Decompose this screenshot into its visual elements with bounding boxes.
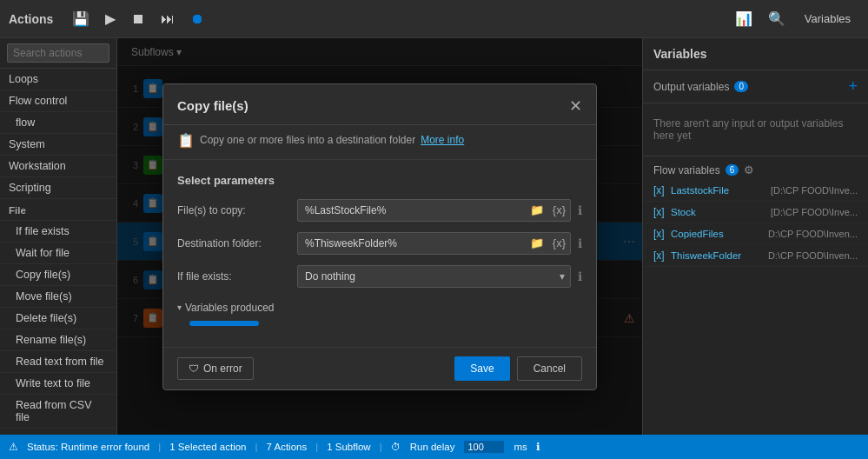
step-button[interactable]: ⏭ [156,8,180,30]
files-info-icon: ℹ [578,203,582,217]
if-file-exists-select-wrap: Do nothing Overwrite Add sequential suff… [297,265,571,288]
sidebar-section-file: File [0,199,116,221]
selected-action-count: 1 Selected action [169,442,246,452]
var-icon: [x] [653,184,666,196]
dest-variable-button[interactable]: {x} [548,233,570,253]
cancel-button[interactable]: Cancel [517,356,582,381]
on-error-button[interactable]: 🛡 On error [177,357,254,380]
record-button[interactable]: ⏺ [185,8,209,30]
vars-produced-chevron: ▾ [177,303,182,312]
vars-produced-section: ▾ Variables produced [177,298,582,326]
sidebar-item-write-text[interactable]: Write text to file [0,373,116,395]
sidebar-item-if-file-exists[interactable]: If file exists [0,221,116,243]
list-item[interactable]: [x] LaststockFile [D:\CP FOOD\Inve... [643,180,868,202]
save-button[interactable]: Save [454,356,509,381]
vars-produced-bar [189,321,259,326]
if-file-exists-label: If file exists: [177,270,290,283]
var-icon: [x] [653,249,666,262]
files-to-copy-row: File(s) to copy: 📁 {x} ℹ [177,199,582,222]
sidebar-item-loops[interactable]: Loops [0,69,116,90]
sep4: | [380,442,382,452]
sidebar-item-rename-files[interactable]: Rename file(s) [0,329,116,351]
modal-section-title: Select parameters [177,174,582,187]
right-panel-title: Variables [653,47,707,61]
chevron-down-icon: ▾ [560,270,570,283]
files-input-wrap: 📁 {x} [297,199,571,222]
modal-close-button[interactable]: ✕ [569,96,582,116]
sidebar-item-read-csv[interactable]: Read from CSV file [0,395,116,429]
save-button[interactable]: 💾 [67,7,95,30]
add-output-var-button[interactable]: + [848,77,858,96]
output-vars-section: Output variables 0 + [643,70,868,103]
if-file-exists-select[interactable]: Do nothing Overwrite Add sequential suff… [298,266,560,287]
destination-folder-row: Destination folder: 📁 {x} ℹ [177,232,582,255]
run-delay-label: Run delay [410,442,455,452]
modal-overlay: Copy file(s) ✕ 📋 Copy one or more files … [117,38,642,435]
sidebar-item-read-text[interactable]: Read text from file [0,351,116,373]
sidebar-item-wait-for-file[interactable]: Wait for file [0,243,116,264]
stop-button[interactable]: ⏹ [126,8,150,30]
flow-vars-badge: 6 [726,164,739,176]
output-vars-label: Output variables [653,81,729,93]
modal-title: Copy file(s) [177,98,248,113]
search-button[interactable]: 🔍 [763,7,791,30]
sidebar-item-scripting[interactable]: Scripting [0,177,116,199]
flow-vars-section: Flow variables 6 ⚙ [643,156,868,180]
list-item[interactable]: [x] CopiedFiles D:\CP FOOD\Inven... [643,223,868,245]
sidebar-item-system[interactable]: System [0,134,116,156]
right-panel: Variables Output variables 0 + There are… [642,38,868,435]
output-vars-empty: There aren't any input or output variabl… [643,103,868,156]
run-button[interactable]: ▶ [100,7,121,30]
modal-more-info-link[interactable]: More info [421,134,464,146]
destination-folder-input[interactable] [298,233,526,254]
main-layout: Loops Flow control flow System Workstati… [0,38,868,435]
file-variable-button[interactable]: {x} [548,200,570,220]
run-delay-input[interactable] [463,440,505,454]
var-icon: [x] [653,206,666,218]
output-vars-badge: 0 [734,81,748,92]
variables-panel-title: Variables [796,12,859,25]
sidebar-item-workstation[interactable]: Workstation [0,156,116,177]
modal-actions: Save Cancel [454,356,582,381]
modal-desc-text: Copy one or more files into a destinatio… [200,134,415,146]
repo-button[interactable]: 📊 [730,7,758,30]
actions-count: 7 Actions [267,442,308,452]
vars-produced-label: Variables produced [185,302,275,314]
var-value: D:\CP FOOD\Inven... [768,250,858,261]
sep1: | [158,442,161,452]
list-item[interactable]: [x] ThisweekFolder D:\CP FOOD\Inven... [643,245,868,267]
sidebar-item-flow-control[interactable]: Flow control [0,90,116,112]
var-name: CopiedFiles [671,229,724,239]
filter-vars-button[interactable]: ⚙ [744,163,754,176]
var-name: ThisweekFolder [671,250,741,261]
run-delay-unit: ms [514,442,527,452]
dest-input-wrap: 📁 {x} [297,232,571,255]
vars-produced-header[interactable]: ▾ Variables produced [177,298,582,317]
sep2: | [255,442,258,452]
file-browse-button[interactable]: 📁 [526,200,548,220]
canvas-area: Subflows ▾ 1 📋 — 2 📋 — [117,38,642,435]
modal-body: Select parameters File(s) to copy: 📁 {x}… [163,160,596,347]
modal-footer: 🛡 On error Save Cancel [163,347,596,389]
on-error-icon: 🛡 [189,363,199,375]
dest-info-icon: ℹ [578,236,582,250]
on-error-label: On error [203,363,242,375]
if-file-exists-row: If file exists: Do nothing Overwrite Add… [177,265,582,288]
files-to-copy-input[interactable] [298,200,526,221]
modal-desc-icon: 📋 [177,132,195,149]
list-item[interactable]: [x] Stock [D:\CP FOOD\Inve... [643,202,868,223]
right-panel-header: Variables [643,38,868,70]
modal-description: 📋 Copy one or more files into a destinat… [163,125,596,160]
sidebar-item-write-csv[interactable]: Write to CSV file [0,429,116,435]
subflow-count: 1 Subflow [327,442,371,452]
modal-header: Copy file(s) ✕ [163,84,596,125]
var-name: LaststockFile [671,185,729,196]
sidebar-item-move-files[interactable]: Move file(s) [0,286,116,308]
var-value: [D:\CP FOOD\Inve... [771,185,858,196]
sidebar-item-run-flow[interactable]: flow [0,112,116,134]
dest-browse-button[interactable]: 📁 [526,233,548,253]
sidebar-item-copy-files[interactable]: Copy file(s) [0,264,116,286]
sidebar-item-delete-files[interactable]: Delete file(s) [0,308,116,329]
search-input[interactable] [7,43,109,63]
sep3: | [315,442,318,452]
